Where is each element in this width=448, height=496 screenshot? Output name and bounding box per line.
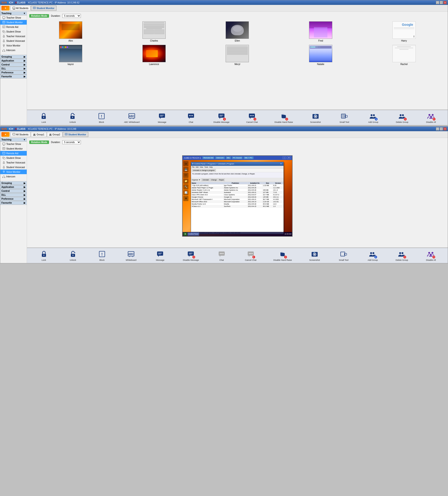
preference-section-2[interactable]: Preference▶ [0, 197, 27, 201]
whiteboard-btn-1[interactable]: ABC ABC Whiteboard [124, 112, 140, 123]
sidebar-item-student-voicecast-2[interactable]: Student Voicecast [0, 165, 27, 170]
maximize-btn-1[interactable]: □ [440, 1, 443, 4]
sidebar-item-remote-aid-1[interactable]: Remote Aid [0, 25, 27, 29]
title-controls-2[interactable]: _ □ ✕ [436, 127, 447, 130]
application-section-2[interactable]: Application▶ [0, 185, 27, 189]
sidebar-item-student-monitor-1[interactable]: Student Monitor [0, 20, 27, 25]
disable-message-btn-2[interactable]: ✕ Disable Message [183, 250, 199, 261]
sidebar-item-student-voicecast-1[interactable]: Student Voicecast [0, 39, 27, 43]
block-btn-2[interactable]: ! Block [96, 250, 108, 261]
screenshot-btn-1[interactable]: Screenshot [309, 112, 322, 123]
unlock-btn-1[interactable]: Unlock [66, 112, 79, 123]
remote-tab-pc-sound[interactable]: PC Sound [232, 156, 243, 159]
chat-btn-2[interactable]: Chat [215, 250, 228, 261]
sidebar-item-intercom-1[interactable]: Intercom [0, 48, 27, 52]
cancel-chat-btn-2[interactable]: ✕ Cancel Chat [244, 250, 257, 261]
all-students-btn-2[interactable]: All Students [10, 132, 31, 137]
sidebar-item-student-monitor-2[interactable]: Student Monitor [0, 146, 27, 151]
remote-tab-mic-pc[interactable]: Mic + PC [243, 156, 254, 159]
whiteboard-btn-2[interactable]: ABC Whiteboard [125, 250, 138, 261]
maximize-btn-2[interactable]: □ [440, 127, 443, 130]
sidebar-item-voice-monitor-2[interactable]: Voice Monitor [0, 170, 27, 174]
sidebar-item-remote-aid-2[interactable]: Remote Aid [0, 151, 27, 155]
student-card-harry[interactable]: Google Harry [364, 21, 444, 42]
application-section-1[interactable]: Application▶ [0, 59, 27, 63]
sidebar-item-voice-monitor-1[interactable]: Voice Monitor [0, 43, 27, 48]
disable-all-badge-2: ✕ [432, 255, 435, 259]
control-section-1[interactable]: Control▶ [0, 63, 27, 67]
remote-maximize-btn[interactable]: □ [283, 156, 286, 159]
student-card-fred[interactable]: Fred [280, 21, 361, 42]
block-btn-1[interactable]: ! Block [95, 112, 108, 123]
small-tool-btn-2[interactable]: Small Tool [337, 250, 350, 261]
remote-tab-intercom[interactable]: Intercom [215, 156, 225, 159]
sidebar-item-student-show-2[interactable]: Student Show [0, 155, 27, 160]
chat-btn-1[interactable]: Chat [185, 112, 197, 123]
sidebar-item-teacher-voicecast-1[interactable]: Teacher Voicecast [0, 34, 27, 39]
duration-select-2[interactable]: 5 seconds 10 seconds [62, 140, 81, 144]
student-card-lawrence[interactable]: Lawrence [114, 45, 194, 65]
group1-btn-2[interactable]: Group1 [31, 132, 46, 137]
duration-select-1[interactable]: 5 seconds 10 seconds 15 seconds [62, 14, 81, 18]
sidebar-item-student-show-1[interactable]: Student Show [0, 29, 27, 34]
toolbar-tabs-2[interactable]: All Students Group1 Group2 Student Monit… [10, 132, 88, 137]
screenshot-btn-2[interactable]: Screenshot [308, 250, 321, 261]
minimize-btn-2[interactable]: _ [436, 127, 439, 130]
message-btn-2[interactable]: Message [154, 250, 167, 261]
remote-desktop-icon-6: 📊 [183, 190, 189, 195]
student-card-meryl[interactable]: Meryl [197, 45, 278, 65]
disable-hand-btn-2[interactable]: ✕ Disable Hand Raise [273, 250, 292, 261]
favourite-section-2[interactable]: Favourite▶ [0, 201, 27, 205]
student-card-natalie[interactable]: ▓▓▓▓▓▓▒▒▒░░░ Natalie [280, 45, 361, 65]
add-group-btn-1[interactable]: + Add Group [367, 112, 380, 123]
student-card-ellen[interactable]: Ellen [197, 21, 278, 42]
add-group-btn-2[interactable]: + Add Group [367, 250, 379, 261]
remote-tab-mic[interactable]: Mic [226, 156, 231, 159]
student-card-rachel[interactable]: Rachel [364, 45, 444, 65]
disable-hand-btn-1[interactable]: ✕ Disable Hand Raise [274, 112, 293, 123]
delete-group-btn-1[interactable]: ✕ Delete Group [396, 112, 409, 123]
sidebar-section-teaching-2[interactable]: Teaching ▼ [0, 138, 27, 142]
all-students-btn-1[interactable]: All Students [10, 6, 31, 11]
student-monitor-btn-1[interactable]: Student Monitor [31, 6, 56, 11]
student-card-charles[interactable]: Charles [114, 21, 194, 42]
minimize-btn-1[interactable]: _ [436, 1, 439, 4]
dll-section-2[interactable]: DLL▶ [0, 193, 27, 197]
student-monitor-btn-2[interactable]: Student Monitor [63, 132, 88, 137]
remote-app-close[interactable]: ✕ [280, 163, 283, 165]
student-card-kayce[interactable]: kayce [31, 45, 111, 65]
title-bar-left: SUN TICH XCLASS XCLASS TERENCE-PC - IP A… [1, 1, 80, 4]
dll-section-1[interactable]: DLL▶ [0, 67, 27, 71]
small-tool-btn-1[interactable]: Small Tool [338, 112, 351, 123]
lock-btn-1[interactable]: Lock [37, 112, 50, 123]
title-controls-1[interactable]: _ □ ✕ [436, 1, 447, 4]
sidebar-item-intercom-2[interactable]: Intercom [0, 174, 27, 179]
control-section-2[interactable]: Control▶ [0, 189, 27, 193]
sidebar-item-teacher-voicecast-2[interactable]: Teacher Voicecast [0, 160, 27, 165]
chat-label-1: Chat [189, 121, 193, 123]
close-btn-2[interactable]: ✕ [443, 127, 447, 130]
close-btn-1[interactable]: ✕ [443, 1, 447, 4]
disable-all-btn-2[interactable]: ✕ Disable All [425, 250, 437, 261]
unlock-btn-2[interactable]: Unlock [66, 250, 79, 261]
favourite-section-1[interactable]: Favourite▶ [0, 75, 27, 78]
preference-section-1[interactable]: Preference▶ [0, 71, 27, 75]
sidebar-item-teacher-show-1[interactable]: Teacher Show [0, 15, 27, 20]
message-btn-1[interactable]: Message [156, 112, 168, 123]
remote-tab-remote-aid[interactable]: Remote Aid [202, 156, 214, 159]
sidebar-section-teaching-1[interactable]: Teaching ▼ [0, 12, 27, 15]
student-card-alex[interactable]: Alex [31, 21, 111, 42]
remote-app-menu: File Edit View Tools Help [191, 166, 284, 169]
toolbar-tabs-1[interactable]: All Students Student Monitor [10, 6, 56, 11]
disable-all-btn-1[interactable]: ✕ Disable All [425, 112, 437, 123]
sidebar-item-teacher-show-2[interactable]: Teacher Show [0, 142, 27, 146]
svg-point-73 [66, 134, 67, 135]
lock-btn-2[interactable]: Lock [37, 250, 50, 261]
delete-group-btn-2[interactable]: ✕ Delete Group [396, 250, 408, 261]
cancel-chat-btn-1[interactable]: ✕ Cancel Chat [246, 112, 258, 123]
disable-message-btn-1[interactable]: ✕ Disable Message [214, 112, 230, 123]
grouping-section-1[interactable]: Grouping▶ [0, 55, 27, 59]
grouping-section-2[interactable]: Grouping▶ [0, 181, 27, 185]
remote-close-btn[interactable]: ✕ [287, 156, 291, 159]
group2-btn-2[interactable]: Group2 [47, 132, 62, 137]
